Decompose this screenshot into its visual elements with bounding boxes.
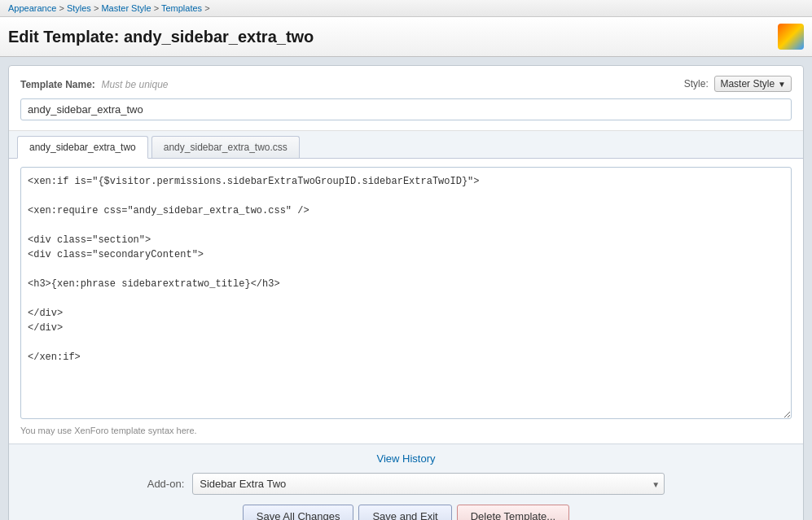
breadcrumb-templates[interactable]: Templates	[161, 3, 202, 13]
template-name-label-wrapper: Template Name: Must be unique	[20, 78, 169, 90]
style-value: Master Style	[720, 78, 775, 90]
addon-select[interactable]: Sidebar Extra Two	[192, 473, 665, 495]
template-name-label: Template Name:	[20, 79, 95, 90]
template-name-input[interactable]	[20, 98, 792, 120]
breadcrumb-master-style[interactable]: Master Style	[101, 3, 151, 13]
page-title: Edit Template: andy_sidebar_extra_two	[8, 28, 314, 46]
template-name-hint: Must be unique	[98, 79, 168, 90]
tab-template-html[interactable]: andy_sidebar_extra_two	[17, 136, 148, 159]
style-selector[interactable]: Style: Master Style ▼	[684, 76, 792, 92]
code-editor[interactable]	[20, 167, 792, 419]
delete-template-button[interactable]: Delete Template...	[457, 505, 570, 520]
view-history-link[interactable]: View History	[376, 452, 435, 465]
addon-label: Add-on:	[147, 478, 185, 490]
form-section: Template Name: Must be unique Style: Mas…	[9, 66, 803, 131]
breadcrumb-sep4: >	[204, 3, 209, 13]
addon-select-wrapper: Sidebar Extra Two ▼	[192, 473, 665, 495]
main-content: Template Name: Must be unique Style: Mas…	[8, 65, 804, 520]
template-name-row: Template Name: Must be unique Style: Mas…	[20, 76, 792, 92]
save-exit-button[interactable]: Save and Exit	[358, 505, 451, 520]
breadcrumb-sep2: >	[94, 3, 99, 13]
header-icon	[778, 24, 804, 50]
chevron-down-icon: ▼	[778, 80, 786, 89]
page-title-name: andy_sidebar_extra_two	[124, 28, 314, 46]
buttons-row: Save All Changes Save and Exit Delete Te…	[20, 505, 792, 520]
breadcrumb-sep1: >	[59, 3, 64, 13]
breadcrumb: Appearance > Styles > Master Style > Tem…	[0, 0, 812, 17]
editor-area: You may use XenForo template syntax here…	[9, 159, 803, 444]
tabs-bar: andy_sidebar_extra_two andy_sidebar_extr…	[9, 131, 803, 159]
page-header: Edit Template: andy_sidebar_extra_two	[0, 17, 812, 57]
tab-template-css[interactable]: andy_sidebar_extra_two.css	[151, 136, 300, 158]
view-history-row: View History	[20, 452, 792, 465]
addon-row: Add-on: Sidebar Extra Two ▼	[20, 473, 792, 495]
breadcrumb-styles[interactable]: Styles	[67, 3, 91, 13]
save-all-button[interactable]: Save All Changes	[243, 505, 354, 520]
breadcrumb-appearance[interactable]: Appearance	[8, 3, 56, 13]
breadcrumb-sep3: >	[154, 3, 159, 13]
page-title-prefix: Edit Template:	[8, 28, 119, 46]
syntax-hint: You may use XenForo template syntax here…	[20, 426, 792, 435]
footer-section: View History Add-on: Sidebar Extra Two ▼…	[9, 444, 803, 520]
style-label: Style:	[684, 78, 709, 90]
style-dropdown[interactable]: Master Style ▼	[714, 76, 792, 92]
